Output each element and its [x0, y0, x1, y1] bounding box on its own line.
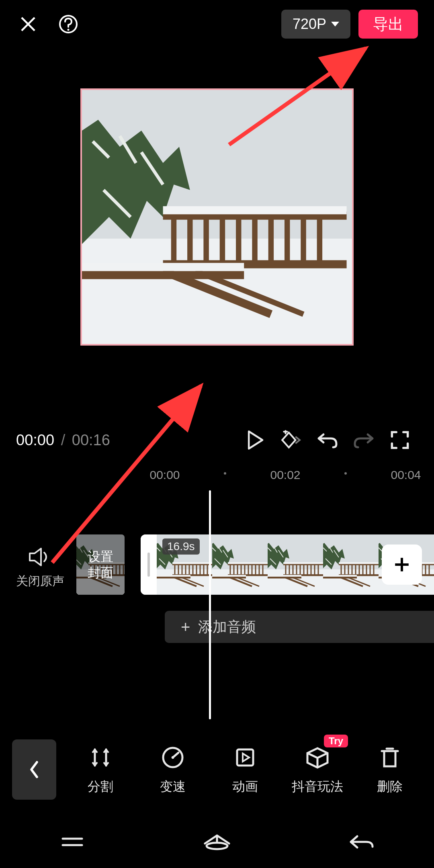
trash-icon — [379, 745, 401, 770]
mute-label: 关闭原声 — [16, 573, 64, 590]
tool-douyin-effects[interactable]: Try 抖音玩法 — [289, 743, 346, 796]
resolution-label: 720P — [293, 16, 326, 33]
plus-icon: + — [181, 618, 190, 636]
close-icon — [19, 15, 37, 33]
cube-icon — [305, 745, 330, 770]
undo-icon — [316, 431, 339, 449]
help-icon — [58, 14, 78, 34]
tool-label: 动画 — [232, 778, 258, 796]
keyframe-button[interactable] — [273, 426, 309, 454]
tool-label: 删除 — [377, 778, 403, 796]
system-nav-bar — [0, 816, 434, 868]
menu-icon — [59, 834, 85, 850]
annotation-arrow — [44, 378, 213, 572]
home-icon — [203, 832, 231, 852]
annotation-arrow — [221, 40, 382, 154]
play-icon — [246, 430, 264, 450]
speed-icon — [161, 745, 185, 770]
tool-delete[interactable]: 删除 — [362, 743, 418, 796]
resolution-selector[interactable]: 720P — [281, 10, 350, 39]
tool-label: 抖音玩法 — [292, 778, 343, 796]
svg-line-37 — [52, 386, 201, 563]
tool-label: 变速 — [160, 778, 186, 796]
redo-icon — [352, 431, 375, 449]
svg-rect-32 — [237, 749, 253, 766]
chevron-left-icon — [28, 760, 40, 779]
nav-back[interactable] — [332, 833, 392, 851]
ruler-mark: 00:04 — [391, 468, 421, 482]
add-audio-label: 添加音频 — [198, 617, 256, 637]
back-icon — [348, 833, 376, 851]
ruler-dot — [224, 472, 226, 475]
add-audio-button[interactable]: + 添加音频 — [165, 611, 434, 643]
help-button[interactable] — [56, 12, 80, 36]
svg-point-31 — [172, 756, 174, 759]
plus-icon — [392, 555, 411, 574]
nav-recent[interactable] — [42, 834, 102, 850]
tool-speed[interactable]: 变速 — [145, 743, 201, 796]
back-button[interactable] — [12, 739, 56, 800]
export-label: 导出 — [373, 14, 403, 35]
export-button[interactable]: 导出 — [358, 10, 418, 39]
svg-point-22 — [68, 29, 70, 31]
chevron-down-icon — [331, 22, 339, 27]
try-badge: Try — [324, 735, 348, 747]
play-button[interactable] — [237, 426, 273, 454]
fullscreen-button[interactable] — [382, 426, 418, 454]
tool-animation[interactable]: 动画 — [217, 743, 273, 796]
tool-label: 分割 — [88, 778, 113, 796]
split-icon — [88, 745, 113, 770]
keyframe-icon — [280, 430, 303, 450]
tool-split[interactable]: 分割 — [72, 743, 129, 796]
add-clip-button[interactable] — [382, 545, 422, 585]
svg-line-36 — [229, 48, 366, 145]
ruler-mark: 00:02 — [270, 468, 300, 482]
fullscreen-icon — [390, 430, 409, 450]
undo-button[interactable] — [309, 426, 346, 454]
animation-icon — [233, 745, 257, 770]
svg-point-35 — [207, 843, 227, 849]
redo-button[interactable] — [346, 426, 382, 454]
ruler-dot — [344, 472, 347, 475]
close-button[interactable] — [16, 12, 40, 36]
nav-home[interactable] — [187, 832, 247, 852]
